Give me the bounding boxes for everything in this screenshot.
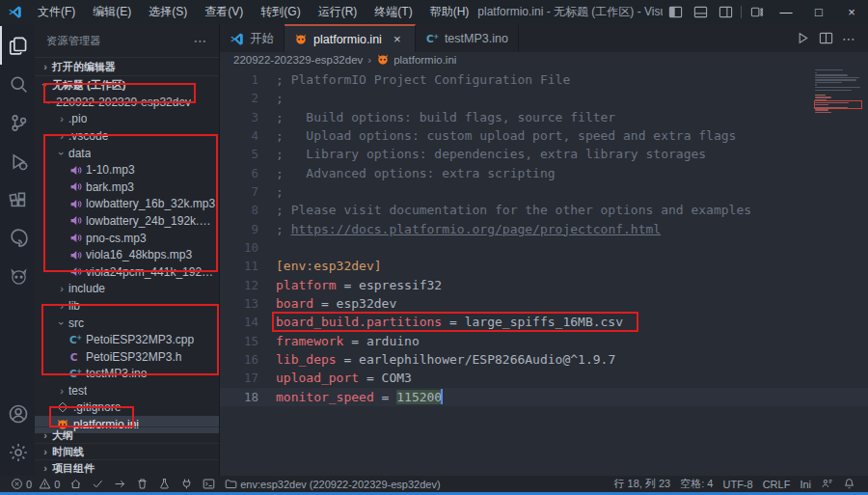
tree-folder-220922-202329-esp32dev[interactable]: ›220922-202329-esp32dev xyxy=(35,94,219,111)
code-line-11[interactable]: 11[env:esp32dev] xyxy=(220,257,868,275)
menu-运行[interactable]: 运行(R) xyxy=(310,0,366,24)
notifications-bell[interactable] xyxy=(838,476,860,492)
minimize-button[interactable]: — xyxy=(770,0,802,24)
tree-file-testMP3.ino[interactable]: C+testMP3.ino xyxy=(35,366,219,383)
code-line-9[interactable]: 9; https://docs.platformio.org/page/proj… xyxy=(220,220,868,238)
code-line-7[interactable]: 7; xyxy=(220,182,868,201)
menu-转到[interactable]: 转到(G) xyxy=(252,0,309,24)
cursor-position[interactable]: 行 18, 列 23 xyxy=(610,476,676,492)
toggle-panel-icon[interactable] xyxy=(688,0,713,24)
split-editor-icon[interactable] xyxy=(814,28,837,49)
encoding[interactable]: UTF-8 xyxy=(718,476,757,492)
tab-label: testMP3.ino xyxy=(445,32,508,45)
platformio-icon[interactable] xyxy=(0,258,35,296)
tab-platformio.ini[interactable]: platformio.ini× xyxy=(285,24,416,52)
breadcrumb-folder[interactable]: 220922-202329-esp32dev xyxy=(233,54,363,66)
code-line-1[interactable]: 1; PlatformIO Project Configuration File xyxy=(220,70,868,89)
menu-编辑[interactable]: 编辑(E) xyxy=(84,0,140,24)
code-line-5[interactable]: 5; Library options: dependencies, extra … xyxy=(220,145,868,163)
tree-folder-include[interactable]: ›include xyxy=(35,281,219,298)
code-line-16[interactable]: 16lib_deps = earlephilhower/ESP8266Audio… xyxy=(220,350,868,369)
tree-file-lowbattery_16b_32k.mp3[interactable]: lowbattery_16b_32k.mp3 xyxy=(35,196,219,213)
toggle-sidebar-icon[interactable] xyxy=(663,0,688,24)
code-line-17[interactable]: 17upload_port = COM3 xyxy=(220,369,868,387)
sidebar-section-时间线[interactable]: ›时间线 xyxy=(35,443,219,459)
menu-文件[interactable]: 文件(F) xyxy=(29,0,84,24)
menu-终端[interactable]: 终端(T) xyxy=(366,0,420,24)
code-line-6[interactable]: 6; Advanced options: extra scripting xyxy=(220,164,868,182)
tree-file-lowbattery_24b_192k.mp3[interactable]: lowbattery_24b_192k.mp3 xyxy=(35,212,219,230)
code-line-18[interactable]: 18monitor_speed = 115200 xyxy=(220,388,868,406)
sidebar-section-大纲[interactable]: ›大纲 xyxy=(35,426,219,443)
indentation[interactable]: 空格: 4 xyxy=(675,476,718,492)
pio-build-button[interactable] xyxy=(87,476,109,492)
workspace-section[interactable]: › 无标题 (工作区) xyxy=(35,75,219,94)
problems-status[interactable]: 0 0 xyxy=(6,476,65,492)
toggle-secondary-sidebar-icon[interactable] xyxy=(713,0,738,24)
tree-file-PetoiESP32MP3.h[interactable]: CPetoiESP32MP3.h xyxy=(35,348,219,366)
tree-file-.gitignore[interactable]: .gitignore xyxy=(35,399,219,417)
pio-env-selector[interactable]: env:esp32dev (220922-202329-esp32dev) xyxy=(220,476,445,492)
maximize-button[interactable]: □ xyxy=(802,0,835,24)
pio-upload-button[interactable] xyxy=(109,476,131,492)
code-line-13[interactable]: 13board = esp32dev xyxy=(220,294,868,313)
code-line-8[interactable]: 8; Please visit documentation for the ot… xyxy=(220,201,868,219)
tree-file-bark.mp3[interactable]: bark.mp3 xyxy=(35,179,219,196)
run-debug-icon[interactable] xyxy=(0,142,35,180)
tree-file-1-10.mp3[interactable]: 1-10.mp3 xyxy=(35,161,219,179)
source-control-icon[interactable] xyxy=(0,103,35,142)
tree-folder-.pio[interactable]: ›.pio xyxy=(35,111,219,128)
sidebar-section-项目组件[interactable]: ›项目组件 xyxy=(35,459,219,476)
explorer-icon[interactable] xyxy=(0,26,35,65)
pio-test-button[interactable] xyxy=(153,476,176,492)
extensions-icon[interactable] xyxy=(0,180,35,219)
editor-more-actions-icon[interactable]: ⋯ xyxy=(837,28,860,49)
close-button[interactable]: × xyxy=(835,0,868,24)
tree-item-label: PetoiESP32MP3.cpp xyxy=(86,333,194,346)
tree-folder-.vscode[interactable]: ›.vscode xyxy=(35,127,219,145)
code-line-2[interactable]: 2; xyxy=(220,89,868,107)
tab-开始[interactable]: 开始 xyxy=(220,24,285,52)
svg-text:+: + xyxy=(433,33,439,41)
espressif-idf-icon[interactable] xyxy=(0,219,35,258)
tree-file-viola24pcm_441k_192kbps.mp3[interactable]: viola24pcm_441k_192kbps.mp3 xyxy=(35,263,219,281)
account-icon[interactable] xyxy=(0,395,35,433)
tree-folder-src[interactable]: ›src xyxy=(35,315,219,332)
customize-layout-icon[interactable] xyxy=(745,0,770,24)
menu-帮助[interactable]: 帮助(H) xyxy=(421,0,478,24)
open-editors-section[interactable]: › 打开的编辑器 xyxy=(35,57,219,75)
breadcrumb-file[interactable]: platformio.ini xyxy=(393,54,456,66)
explorer-more-icon[interactable]: ⋯ xyxy=(194,33,207,48)
run-file-icon[interactable] xyxy=(791,28,814,49)
code-line-12[interactable]: 12platform = espressif32 xyxy=(220,276,868,294)
code-line-4[interactable]: 4; Upload options: custom upload port, s… xyxy=(220,126,868,145)
search-icon[interactable] xyxy=(0,65,35,103)
tab-testMP3.ino[interactable]: C+testMP3.ino xyxy=(416,24,519,52)
menu-选择[interactable]: 选择(S) xyxy=(140,0,196,24)
pio-serial-monitor-button[interactable] xyxy=(176,476,198,492)
minimap[interactable] xyxy=(815,69,865,124)
eol[interactable]: CRLF xyxy=(758,476,796,492)
code-line-3[interactable]: 3; Build options: build flags, source fi… xyxy=(220,108,868,126)
code-editor[interactable]: 1; PlatformIO Project Configuration File… xyxy=(220,68,868,476)
code-line-14[interactable]: 14board_build.partitions = large_spiffs_… xyxy=(220,313,868,331)
close-tab-icon[interactable]: × xyxy=(390,32,405,46)
tree-folder-data[interactable]: ›data xyxy=(35,145,219,162)
code-line-10[interactable]: 10 xyxy=(220,238,868,257)
feedback-button[interactable] xyxy=(816,476,838,492)
pio-clean-button[interactable] xyxy=(131,476,153,492)
pio-terminal-button[interactable] xyxy=(198,476,220,492)
tree-folder-lib[interactable]: ›lib xyxy=(35,297,219,315)
language-mode[interactable]: Ini xyxy=(795,476,816,492)
tree-file-pno-cs.mp3[interactable]: pno-cs.mp3 xyxy=(35,230,219,247)
terminal-icon xyxy=(203,478,215,490)
tree-item-label: PetoiESP32MP3.h xyxy=(86,350,181,364)
settings-icon[interactable] xyxy=(0,433,35,472)
tree-folder-test[interactable]: ›test xyxy=(35,382,219,399)
audio-file-icon xyxy=(68,164,83,177)
tree-file-viola16_48kbps.mp3[interactable]: viola16_48kbps.mp3 xyxy=(35,246,219,263)
pio-home-button[interactable] xyxy=(65,476,87,492)
tree-file-PetoiESP32MP3.cpp[interactable]: C+PetoiESP32MP3.cpp xyxy=(35,331,219,348)
menu-查看[interactable]: 查看(V) xyxy=(196,0,252,24)
code-line-15[interactable]: 15framework = arduino xyxy=(220,332,868,350)
